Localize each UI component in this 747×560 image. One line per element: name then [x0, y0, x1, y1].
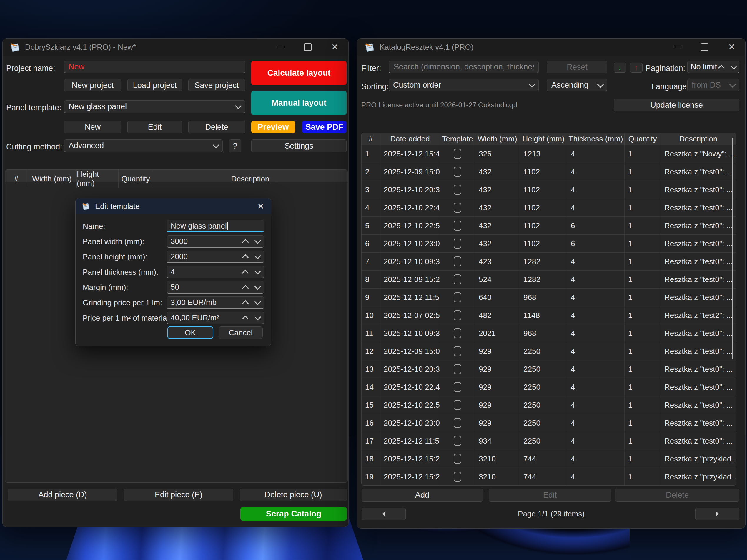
template-checkbox[interactable] [454, 436, 461, 446]
maximize-button[interactable] [691, 38, 718, 56]
maximize-button[interactable] [294, 38, 321, 56]
table-row[interactable]: 4 2025-12-10 22:46 432 1102 4 1 Resztka … [362, 199, 736, 217]
chevron-up-icon[interactable] [242, 269, 249, 276]
chevron-down-icon[interactable] [255, 283, 261, 290]
chevron-down-icon[interactable] [255, 237, 261, 244]
table-row[interactable]: 14 2025-12-10 22:46 929 2250 4 1 Resztka… [362, 378, 736, 396]
template-checkbox[interactable] [454, 328, 461, 338]
spin-field[interactable]: 2000 [167, 250, 264, 263]
sort-direction-dropdown[interactable]: Ascending [547, 79, 607, 91]
chevron-up-icon[interactable] [242, 300, 249, 307]
scrap-catalog-button[interactable]: Scrap Catalog [240, 507, 347, 521]
table-row[interactable]: 13 2025-12-10 20:30 929 2250 4 1 Resztka… [362, 360, 736, 378]
save-project-button[interactable]: Save project [188, 79, 245, 91]
help-button[interactable]: ? [229, 139, 241, 152]
table-row[interactable]: 17 2025-12-12 11:57 934 2250 4 1 Resztka… [362, 432, 736, 450]
template-checkbox[interactable] [454, 364, 461, 374]
template-checkbox[interactable] [454, 400, 461, 410]
close-button[interactable]: ✕ [321, 38, 349, 56]
preview-button[interactable]: Preview [251, 121, 295, 133]
catalog-edit-button[interactable]: Edit [489, 488, 611, 502]
calculate-layout-button[interactable]: Calculate layout [251, 61, 346, 85]
catalog-delete-button[interactable]: Delete [615, 488, 739, 502]
chevron-up-icon[interactable] [242, 254, 249, 261]
table-row[interactable]: 7 2025-12-10 09:39 423 1282 4 1 Resztka … [362, 252, 736, 271]
project-name-field[interactable]: New [64, 61, 245, 73]
chevron-up-icon[interactable] [718, 64, 725, 71]
language-dropdown[interactable]: from DS [687, 79, 739, 91]
chevron-down-icon[interactable] [730, 63, 737, 70]
previous-page-button[interactable] [362, 508, 406, 520]
cancel-button[interactable]: Cancel [218, 326, 263, 339]
table-row[interactable]: 3 2025-12-10 20:30 432 1102 4 1 Resztka … [362, 181, 736, 199]
cutting-method-dropdown[interactable]: Advanced [64, 139, 223, 152]
spin-field[interactable]: 40,00 EUR/m² [167, 312, 264, 324]
save-pdf-button[interactable]: Save PDF [302, 121, 346, 133]
template-checkbox[interactable] [454, 346, 461, 356]
import-button[interactable]: ↓ [614, 63, 626, 73]
sorting-dropdown[interactable]: Custom order [389, 79, 539, 91]
template-checkbox[interactable] [454, 167, 461, 177]
name-field[interactable]: New glass panel [167, 220, 264, 232]
table-row[interactable]: 19 2025-12-12 15:29 3210 744 4 1 Resztka… [362, 468, 736, 486]
template-checkbox[interactable] [454, 220, 461, 231]
manual-layout-button[interactable]: Manual layout [251, 91, 346, 115]
table-row[interactable]: 6 2025-12-10 23:07 432 1102 6 1 Resztka … [362, 235, 736, 252]
template-checkbox[interactable] [454, 310, 461, 320]
pagination-spinner[interactable]: No limit [687, 61, 739, 73]
panel-template-dropdown[interactable]: New glass panel [64, 100, 245, 113]
table-row[interactable]: 2 2025-12-09 15:09 432 1102 4 1 Resztka … [362, 163, 736, 181]
template-delete-button[interactable]: Delete [188, 121, 245, 133]
dialog-titlebar[interactable]: Edit template ✕ [76, 198, 271, 214]
new-project-button[interactable]: New project [64, 79, 121, 91]
chevron-up-icon[interactable] [242, 315, 249, 322]
chevron-down-icon[interactable] [255, 268, 261, 274]
spin-field[interactable]: 3,00 EUR/mb [167, 296, 264, 309]
spin-field[interactable]: 3000 [167, 235, 264, 248]
table-row[interactable]: 5 2025-12-10 22:59 432 1102 6 1 Resztka … [362, 217, 736, 235]
catalog-add-button[interactable]: Add [362, 488, 483, 502]
template-checkbox[interactable] [454, 454, 461, 464]
template-checkbox[interactable] [454, 257, 461, 266]
table-row[interactable]: 1 2025-12-12 15:45 326 1213 4 1 Resztka … [362, 145, 736, 163]
table-row[interactable]: 8 2025-12-09 15:28 524 1282 4 1 Resztka … [362, 271, 736, 289]
table-scrollbar[interactable] [732, 138, 733, 359]
dialog-close-button[interactable]: ✕ [250, 198, 271, 214]
add-piece-button[interactable]: Add piece (D) [8, 488, 118, 501]
template-checkbox[interactable] [454, 239, 461, 248]
template-new-button[interactable]: New [64, 121, 121, 133]
minimize-button[interactable] [267, 38, 294, 56]
close-button[interactable]: ✕ [718, 38, 745, 56]
settings-button[interactable]: Settings [251, 139, 346, 152]
template-checkbox[interactable] [454, 418, 461, 428]
chevron-down-icon[interactable] [255, 314, 261, 320]
next-page-button[interactable] [695, 508, 739, 520]
left-titlebar[interactable]: DobrySzklarz v4.1 (PRO) - New* ✕ [3, 38, 349, 56]
template-checkbox[interactable] [454, 203, 461, 213]
template-checkbox[interactable] [454, 472, 461, 482]
spin-field[interactable]: 50 [167, 281, 264, 294]
template-edit-button[interactable]: Edit [127, 121, 182, 133]
load-project-button[interactable]: Load project [127, 79, 182, 91]
template-checkbox[interactable] [454, 185, 461, 195]
filter-search-field[interactable] [389, 61, 539, 73]
delete-piece-button[interactable]: Delete piece (U) [240, 488, 347, 501]
table-row[interactable]: 9 2025-12-12 11:57 640 968 4 1 Resztka z… [362, 289, 736, 306]
table-row[interactable]: 15 2025-12-10 22:59 929 2250 4 1 Resztka… [362, 396, 736, 414]
template-checkbox[interactable] [454, 382, 461, 392]
export-button[interactable]: ↑ [630, 63, 643, 73]
table-row[interactable]: 18 2025-12-12 15:29 3210 744 4 1 Resztka… [362, 450, 736, 468]
chevron-up-icon[interactable] [242, 285, 249, 291]
right-titlebar[interactable]: KatalogResztek v4.1 (PRO) ✕ [357, 38, 745, 56]
template-checkbox[interactable] [454, 292, 461, 302]
chevron-up-icon[interactable] [242, 239, 249, 246]
search-input[interactable] [393, 62, 534, 72]
reset-button[interactable]: Reset [547, 61, 607, 73]
ok-button[interactable]: OK [168, 326, 213, 339]
edit-piece-button[interactable]: Edit piece (E) [124, 488, 233, 501]
template-checkbox[interactable] [454, 274, 461, 285]
table-row[interactable]: 10 2025-12-07 02:56 482 1148 4 1 Resztka… [362, 306, 736, 324]
template-checkbox[interactable] [454, 149, 461, 159]
table-row[interactable]: 16 2025-12-10 23:07 929 2250 4 1 Resztka… [362, 414, 736, 432]
table-row[interactable]: 12 2025-12-09 15:09 929 2250 4 1 Resztka… [362, 342, 736, 360]
